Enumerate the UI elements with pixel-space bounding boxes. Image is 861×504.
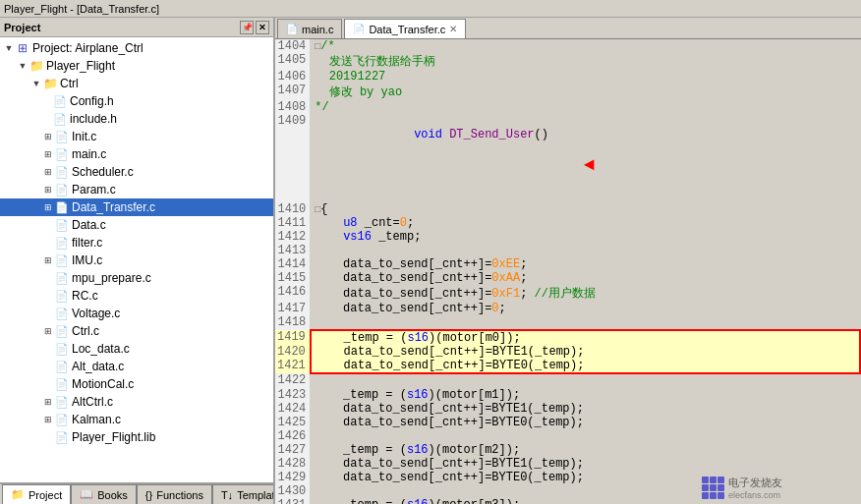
- tree-item-main-c[interactable]: ⊞ 📄 main.c: [0, 145, 273, 163]
- project-icon: ⊞: [16, 42, 29, 54]
- editor-panel: 📄 main.c 📄 Data_Transfer.c ✕ 1404 □/*: [275, 18, 861, 504]
- tree-item-player-flight-lib[interactable]: 📄 Player_Flight.lib: [0, 428, 273, 446]
- project-panel: Project 📌 ✕ ▼ ⊞ Project: Airplane_Ctrl ▼…: [0, 18, 275, 504]
- line-content-1408: */: [311, 100, 860, 114]
- expand-icon-vc: [41, 307, 55, 320]
- tree-item-include-h[interactable]: 📄 include.h: [0, 110, 273, 128]
- code-line-1422: 1422: [275, 373, 860, 388]
- tree-item-voltage-c[interactable]: 📄 Voltage.c: [0, 305, 273, 322]
- tree-item-init-c[interactable]: ⊞ 📄 Init.c: [0, 128, 273, 145]
- tab-data-transfer-c[interactable]: 📄 Data_Transfer.c ✕: [344, 19, 466, 38]
- tree-item-mpu-prepare-c[interactable]: 📄 mpu_prepare.c: [0, 269, 273, 287]
- line-content-1409: void DT_Send_User() ◄: [311, 114, 860, 202]
- line-num-1424: 1424: [275, 402, 311, 416]
- expand-icon-mc: ⊞: [41, 147, 55, 161]
- tree-item-player-flight[interactable]: ▼ 📁 Player_Flight: [0, 57, 273, 75]
- arrow-annotation-right: ◄: [584, 155, 595, 175]
- tab-main-c[interactable]: 📄 main.c: [277, 19, 342, 38]
- tree-item-alt-data-c[interactable]: 📄 Alt_data.c: [0, 358, 273, 375]
- line-num-1413: 1413: [275, 244, 311, 257]
- panel-pin-button[interactable]: 📌: [240, 21, 254, 34]
- tree-item-imu-c[interactable]: ⊞ 📄 IMU.c: [0, 252, 273, 269]
- expand-icon-ctrlc: ⊞: [41, 324, 55, 338]
- line-content-1415: data_to_send[_cnt++]=0xAA;: [311, 271, 860, 285]
- tree-label-kalman-c: Kalman.c: [72, 413, 121, 426]
- code-line-1428: 1428 data_to_send[_cnt++]=BYTE1(_temp);: [275, 457, 860, 471]
- tree-item-loc-data-c[interactable]: 📄 Loc_data.c: [0, 340, 273, 358]
- file-icon-ih: 📄: [53, 113, 67, 125]
- tree-item-filter-c[interactable]: 📄 filter.c: [0, 234, 273, 252]
- expand-icon-mpu: [41, 271, 55, 285]
- line-content-1428: data_to_send[_cnt++]=BYTE1(_temp);: [311, 457, 860, 471]
- line-content-1417: data_to_send[_cnt++]=0;: [311, 302, 860, 315]
- tab-project[interactable]: 📁 Project: [2, 484, 71, 504]
- line-num-1405: 1405: [275, 53, 311, 70]
- editor-tab-bar: 📄 main.c 📄 Data_Transfer.c ✕: [275, 18, 861, 39]
- tab-books-label: Books: [97, 489, 128, 501]
- tree-item-scheduler-c[interactable]: ⊞ 📄 Scheduler.c: [0, 163, 273, 181]
- tab-doc-icon-main: 📄: [286, 24, 298, 34]
- line-num-1426: 1426: [275, 429, 311, 443]
- line-num-1431: 1431: [275, 498, 311, 504]
- line-num-1417: 1417: [275, 302, 311, 315]
- tree-item-altctrl-c[interactable]: ⊞ 📄 AltCtrl.c: [0, 393, 273, 411]
- expand-icon-kc: ⊞: [41, 413, 55, 426]
- line-content-1416: data_to_send[_cnt++]=0xF1; //用户数据: [311, 285, 860, 302]
- code-line-1409: 1409 void DT_Send_User() ◄: [275, 114, 860, 202]
- tree-item-motioncal-c[interactable]: 📄 MotionCal.c: [0, 375, 273, 393]
- tab-functions[interactable]: {} Functions: [137, 484, 212, 504]
- tab-functions-icon: {}: [145, 489, 152, 501]
- tab-doc-icon-dt: 📄: [353, 24, 365, 34]
- watermark-grid-logo: [702, 476, 724, 499]
- expand-icon-fc: [41, 236, 55, 250]
- tree-label-alt-data-c: Alt_data.c: [72, 360, 124, 373]
- line-content-1405: 发送飞行数据给手柄: [311, 53, 860, 70]
- tree-item-ctrl-c[interactable]: ⊞ 📄 Ctrl.c: [0, 322, 273, 340]
- code-line-1419: 1419 _temp = (s16)(motor[m0]);: [275, 330, 860, 345]
- line-num-1418: 1418: [275, 315, 311, 330]
- file-icon-pfl: 📄: [55, 431, 69, 443]
- tree-item-kalman-c[interactable]: ⊞ 📄 Kalman.c: [0, 411, 273, 428]
- line-content-1410: □{: [311, 202, 860, 216]
- tree-item-param-c[interactable]: ⊞ 📄 Param.c: [0, 181, 273, 198]
- line-content-1413: [311, 244, 860, 257]
- tree-label-altctrl-c: AltCtrl.c: [72, 395, 113, 409]
- line-content-1411: u8 _cnt=0;: [311, 216, 860, 230]
- tree-item-project-root[interactable]: ▼ ⊞ Project: Airplane_Ctrl: [0, 39, 273, 57]
- watermark: 电子发烧友 elecfans.com: [702, 476, 782, 500]
- line-content-1425: data_to_send[_cnt++]=BYTE0(_temp);: [311, 416, 860, 429]
- tree-label-include-h: include.h: [70, 112, 117, 126]
- expand-icon-sc: ⊞: [41, 165, 55, 179]
- tree-item-data-transfer-c[interactable]: ⊞ 📄 Data_Transfer.c: [0, 198, 273, 216]
- tree-item-data-c[interactable]: 📄 Data.c: [0, 216, 273, 234]
- tab-templates-label: Templates: [237, 489, 275, 501]
- file-icon-ic: 📄: [55, 131, 69, 142]
- expand-icon-pfl: [41, 430, 55, 444]
- code-container[interactable]: 1404 □/* 1405 发送飞行数据给手柄 1406 20191227: [275, 39, 861, 504]
- code-line-1420: 1420 data_to_send[_cnt++]=BYTE1(_temp);: [275, 345, 860, 359]
- tree-label-filter-c: filter.c: [72, 236, 102, 250]
- code-line-1423: 1423 _temp = (s16)(motor[m1]);: [275, 388, 860, 402]
- tab-books[interactable]: 📖 Books: [71, 484, 137, 504]
- code-line-1408: 1408 */: [275, 100, 860, 114]
- expand-icon-dtc: ⊞: [41, 200, 55, 214]
- tree-item-ctrl[interactable]: ▼ 📁 Ctrl: [0, 75, 273, 92]
- title-text: Player_Flight - [Data_Transfer.c]: [4, 3, 159, 15]
- line-num-1406: 1406: [275, 70, 311, 84]
- tree-item-rc-c[interactable]: 📄 RC.c: [0, 287, 273, 305]
- tree-label-pf: Player_Flight: [46, 59, 115, 73]
- expand-icon-mcc: [41, 377, 55, 391]
- panel-header-icons: 📌 ✕: [240, 21, 269, 34]
- line-content-1404: □/*: [311, 39, 860, 53]
- tab-templates[interactable]: T↓ Templates: [212, 484, 275, 504]
- tab-close-button[interactable]: ✕: [449, 24, 457, 34]
- tree-label-motioncal-c: MotionCal.c: [72, 377, 134, 391]
- line-num-1414: 1414: [275, 257, 311, 271]
- line-num-1412: 1412: [275, 230, 311, 244]
- panel-close-button[interactable]: ✕: [256, 21, 269, 34]
- line-num-1410: 1410: [275, 202, 311, 216]
- line-num-1404: 1404: [275, 39, 311, 53]
- line-num-1429: 1429: [275, 471, 311, 484]
- tree-item-config-h[interactable]: 📄 Config.h: [0, 92, 273, 110]
- tree-label-mpu-prepare-c: mpu_prepare.c: [72, 271, 151, 285]
